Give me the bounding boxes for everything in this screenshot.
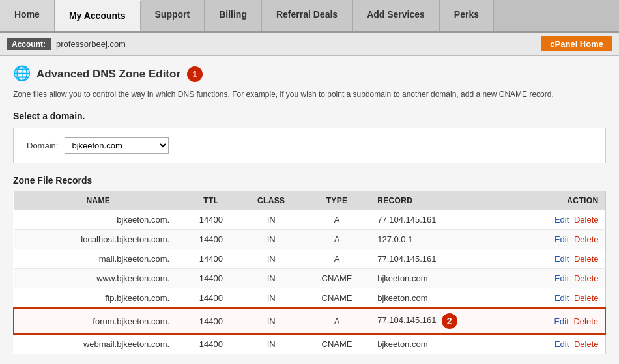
account-value: professorbeej.com (56, 39, 126, 49)
delete-link[interactable]: Delete (574, 215, 599, 225)
record-class: IN (240, 288, 303, 309)
record-type: A (303, 308, 371, 334)
record-value: 77.104.145.161 (371, 249, 515, 269)
edit-link[interactable]: Edit (554, 273, 569, 283)
record-value: bjkeeton.com (371, 269, 515, 288)
edit-link[interactable]: Edit (554, 215, 569, 225)
main-content: 🌐 Advanced DNS Zone Editor 1 Zone files … (0, 56, 619, 364)
top-nav: Home My Accounts Support Billing Referra… (0, 0, 619, 33)
record-class: IN (240, 269, 303, 288)
table-row: ftp.bjkeeton.com.14400INCNAMEbjkeeton.co… (14, 288, 605, 309)
tab-add-services[interactable]: Add Services (353, 0, 440, 31)
edit-link[interactable]: Edit (554, 339, 569, 349)
record-name: forum.bjkeeton.com. (14, 308, 182, 334)
delete-link[interactable]: Delete (574, 293, 599, 303)
record-value: bjkeeton.com (371, 288, 515, 309)
badge-2: 2 (442, 313, 457, 329)
record-actions: Edit Delete (515, 210, 605, 230)
delete-link[interactable]: Delete (574, 273, 599, 283)
record-ttl: 14400 (182, 288, 239, 309)
record-value: bjkeeton.com (371, 334, 515, 354)
col-type: Type (303, 191, 371, 210)
record-actions: Edit Delete (515, 230, 605, 249)
record-type: CNAME (303, 288, 371, 309)
col-action: Action (515, 191, 605, 210)
page-title: Advanced DNS Zone Editor (36, 68, 180, 81)
tab-support[interactable]: Support (141, 0, 205, 31)
tab-home[interactable]: Home (0, 0, 55, 31)
record-type: A (303, 230, 371, 249)
record-actions: Edit Delete (515, 288, 605, 309)
account-label: Account: (7, 38, 51, 50)
record-actions: Edit Delete (515, 249, 605, 269)
col-record: Record (371, 191, 515, 210)
domain-label: Domain: (27, 141, 58, 150)
table-row: mail.bjkeeton.com.14400INA77.104.145.161… (14, 249, 605, 269)
record-name: mail.bjkeeton.com. (14, 249, 182, 269)
badge-1: 1 (187, 66, 203, 82)
record-ttl: 14400 (182, 230, 239, 249)
cpanel-home-button[interactable]: cPanel Home (541, 36, 612, 51)
table-row: forum.bjkeeton.com.14400INA77.104.145.16… (14, 308, 605, 334)
page-title-row: 🌐 Advanced DNS Zone Editor 1 (13, 65, 606, 83)
tab-perks[interactable]: Perks (440, 0, 494, 31)
record-ttl: 14400 (182, 210, 239, 230)
tab-referral-deals[interactable]: Referral Deals (262, 0, 353, 31)
account-bar: Account: professorbeej.com cPanel Home (0, 33, 619, 56)
table-row: localhost.bjkeeton.com.14400INA127.0.0.1… (14, 230, 605, 249)
record-name: www.bjkeeton.com. (14, 269, 182, 288)
record-type: CNAME (303, 334, 371, 354)
record-name: bjkeeton.com. (14, 210, 182, 230)
record-type: CNAME (303, 269, 371, 288)
delete-link[interactable]: Delete (574, 234, 599, 244)
zone-table: Name TTL Class Type Record Action bjkeet… (13, 191, 606, 354)
record-ttl: 14400 (182, 308, 239, 334)
page-description: Zone files allow you to control the way … (13, 89, 606, 100)
record-ttl: 14400 (182, 334, 239, 354)
record-class: IN (240, 230, 303, 249)
record-name: ftp.bjkeeton.com. (14, 288, 182, 309)
select-domain-title: Select a domain. (13, 111, 606, 121)
edit-link[interactable]: Edit (554, 254, 569, 264)
edit-link[interactable]: Edit (554, 234, 569, 244)
col-name: Name (14, 191, 182, 210)
record-class: IN (240, 249, 303, 269)
col-class: Class (240, 191, 303, 210)
edit-link[interactable]: Edit (554, 293, 569, 303)
record-ttl: 14400 (182, 269, 239, 288)
record-value: 127.0.0.1 (371, 230, 515, 249)
table-row: bjkeeton.com.14400INA77.104.145.161Edit … (14, 210, 605, 230)
record-actions: Edit Delete (515, 269, 605, 288)
record-type: A (303, 210, 371, 230)
delete-link[interactable]: Delete (573, 316, 598, 326)
record-value: 77.104.145.161 (371, 210, 515, 230)
table-row: webmail.bjkeeton.com.14400INCNAMEbjkeeto… (14, 334, 605, 354)
record-class: IN (240, 334, 303, 354)
edit-link[interactable]: Edit (554, 316, 568, 326)
record-class: IN (240, 308, 303, 334)
dns-icon: 🌐 (13, 65, 31, 83)
delete-link[interactable]: Delete (574, 339, 599, 349)
record-ttl: 14400 (182, 249, 239, 269)
record-actions: Edit Delete (515, 308, 605, 334)
domain-select[interactable]: bjkeeton.com (65, 137, 169, 154)
zone-file-title: Zone File Records (13, 175, 606, 186)
delete-link[interactable]: Delete (574, 254, 599, 264)
record-name: webmail.bjkeeton.com. (14, 334, 182, 354)
record-name: localhost.bjkeeton.com. (14, 230, 182, 249)
tab-billing[interactable]: Billing (205, 0, 262, 31)
record-class: IN (240, 210, 303, 230)
record-actions: Edit Delete (515, 334, 605, 354)
tab-my-accounts[interactable]: My Accounts (55, 0, 141, 31)
record-value: 77.104.145.1612 (371, 308, 515, 334)
col-ttl: TTL (182, 191, 239, 210)
record-type: A (303, 249, 371, 269)
table-row: www.bjkeeton.com.14400INCNAMEbjkeeton.co… (14, 269, 605, 288)
domain-box: Domain: bjkeeton.com (13, 128, 606, 163)
